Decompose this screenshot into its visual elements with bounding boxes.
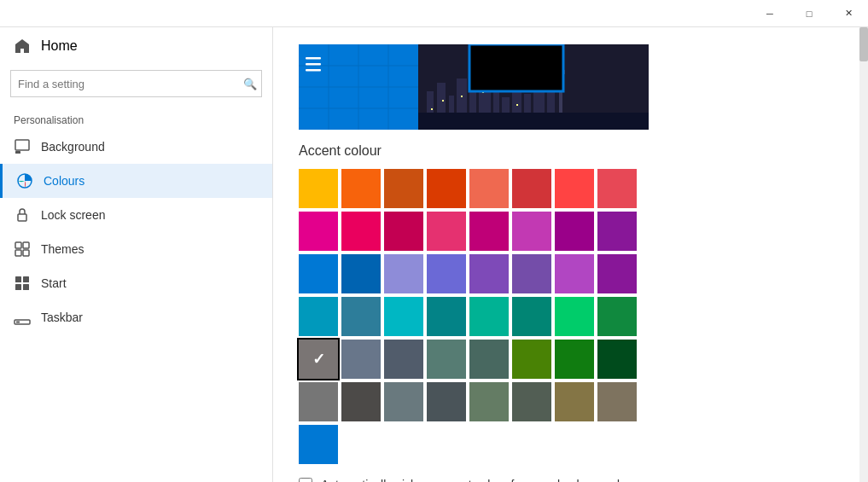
colour-swatch[interactable] [597,382,637,421]
colour-swatch[interactable] [384,169,423,208]
home-label: Home [41,38,78,54]
colour-swatch[interactable] [341,340,381,379]
colour-swatch[interactable] [384,340,423,379]
colour-swatch[interactable] [427,254,466,293]
colour-swatch[interactable] [427,169,466,208]
sidebar-item-label: Background [41,140,105,154]
svg-rect-6 [15,250,21,256]
colour-swatch[interactable] [555,382,594,421]
colour-grid [299,169,834,464]
svg-rect-11 [23,284,29,290]
colour-swatch[interactable] [299,169,338,208]
svg-rect-7 [23,250,29,256]
colour-swatch[interactable] [555,212,594,251]
lock-icon [14,206,31,224]
scrollbar-track[interactable] [859,27,868,482]
background-icon [14,138,31,155]
sidebar-item-background[interactable]: Background [0,130,272,164]
svg-rect-4 [15,242,21,248]
colour-swatch[interactable] [469,254,509,293]
svg-rect-0 [15,140,29,150]
svg-rect-24 [306,69,321,72]
svg-rect-45 [469,44,563,91]
sidebar-item-lock-screen[interactable]: Lock screen [0,198,272,232]
home-item[interactable]: Home [0,27,272,65]
colour-swatch[interactable] [512,212,551,251]
preview-image [299,44,649,130]
sidebar-item-label: Start [41,276,67,290]
colour-swatch[interactable] [597,297,637,336]
colour-swatch[interactable] [512,340,551,379]
home-icon [14,38,31,55]
colour-swatch[interactable] [427,212,466,251]
colour-swatch[interactable] [427,297,466,336]
colour-swatch[interactable] [512,254,551,293]
sidebar-item-label: Themes [41,242,84,256]
maximize-button[interactable]: □ [789,0,829,27]
search-button[interactable]: 🔍 [243,78,257,90]
colour-swatch[interactable] [469,382,509,421]
svg-rect-13 [16,322,20,323]
colour-swatch[interactable] [341,169,381,208]
colour-swatch[interactable] [512,169,551,208]
auto-accent-checkbox[interactable] [299,478,312,482]
colour-swatch[interactable] [555,340,594,379]
colour-swatch[interactable] [341,382,381,421]
sidebar-item-label: Lock screen [41,208,105,222]
sidebar: Home 🔍 Personalisation Background Colour… [0,27,273,482]
sidebar-item-label: Taskbar [41,311,83,324]
colour-swatch[interactable] [597,340,637,379]
colour-swatch[interactable] [384,382,423,421]
colour-swatch[interactable] [469,212,509,251]
colour-swatch[interactable] [299,382,338,421]
app-container: Home 🔍 Personalisation Background Colour… [0,27,868,482]
sidebar-item-themes[interactable]: Themes [0,232,272,266]
colour-swatch[interactable] [597,169,637,208]
colour-swatch[interactable] [299,425,338,464]
sidebar-item-colours[interactable]: Colours [0,164,272,198]
svg-rect-5 [23,242,29,248]
colour-swatch[interactable] [299,254,338,293]
colour-swatch[interactable] [341,254,381,293]
colour-swatch[interactable] [597,254,637,293]
svg-rect-23 [306,63,321,66]
accent-colour-title: Accent colour [299,143,834,159]
svg-rect-42 [461,96,463,97]
colour-swatch[interactable] [427,382,466,421]
sidebar-item-start[interactable]: Start [0,266,272,300]
colour-swatch[interactable] [341,297,381,336]
colour-swatch[interactable] [469,169,509,208]
colour-swatch[interactable] [597,212,637,251]
colour-swatch[interactable] [512,297,551,336]
colour-swatch[interactable] [299,212,338,251]
titlebar: ─ □ ✕ [0,0,868,27]
svg-rect-8 [15,276,21,282]
colour-swatch[interactable] [299,297,338,336]
taskbar-icon [14,309,31,326]
sidebar-item-taskbar[interactable]: Taskbar [0,300,272,334]
svg-rect-44 [516,104,518,106]
colour-swatch[interactable] [384,297,423,336]
search-box: 🔍 [10,70,262,97]
colour-swatch[interactable] [384,254,423,293]
personalisation-label: Personalisation [0,107,272,130]
svg-rect-47 [418,113,649,130]
colour-swatch[interactable] [555,254,594,293]
auto-accent-label[interactable]: Automatically pick an accent colour from… [321,478,620,482]
colour-swatch[interactable] [299,340,338,379]
colour-swatch[interactable] [555,297,594,336]
search-input[interactable] [10,70,262,97]
start-icon [14,275,31,292]
close-button[interactable]: ✕ [829,0,868,27]
colour-swatch[interactable] [427,340,466,379]
colour-swatch[interactable] [384,212,423,251]
svg-rect-3 [18,214,26,221]
svg-rect-40 [431,108,433,110]
colour-swatch[interactable] [555,169,594,208]
colour-swatch[interactable] [469,297,509,336]
minimize-button[interactable]: ─ [750,0,789,27]
scrollbar-thumb[interactable] [859,27,868,61]
colour-swatch[interactable] [512,382,551,421]
colour-swatch[interactable] [469,340,509,379]
colour-swatch[interactable] [341,212,381,251]
